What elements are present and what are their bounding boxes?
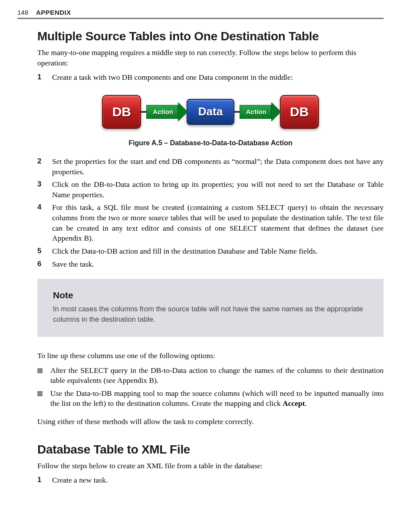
option-text-pre: Use the Data-to-DB mapping tool to map t… — [50, 389, 384, 408]
list-item: Use the Data-to-DB mapping tool to map t… — [37, 388, 384, 409]
step-item: 2 Set the properties for the start and e… — [37, 157, 384, 177]
figure-a5: DB Action Data Action DB Figure A.5 – Da… — [37, 91, 384, 147]
arrow-head-icon — [178, 102, 187, 121]
page-number: 148 — [17, 9, 28, 16]
intro-paragraph: The many-to-one mapping requires a middl… — [37, 48, 384, 68]
step-text: Create a new task. — [52, 475, 384, 486]
heading-db-to-xml: Database Table to XML File — [37, 443, 384, 457]
option-text: Use the Data-to-DB mapping tool to map t… — [50, 388, 384, 409]
db-block-left: DB — [102, 95, 141, 129]
step-text: For this task, a SQL file must be create… — [52, 202, 384, 244]
heading-multiple-source: Multiple Source Tables into One Destinat… — [37, 29, 384, 43]
accept-bold: Accept — [283, 399, 305, 408]
figure-caption: Figure A.5 – Database-to-Data-to-Databas… — [37, 139, 384, 147]
step-number: 2 — [37, 157, 44, 177]
step-text: Click the Data-to-DB action and fill in … — [52, 246, 384, 257]
data-block: Data — [187, 99, 234, 125]
action-label: Action — [146, 105, 178, 119]
page-section-label: APPENDIX — [36, 9, 71, 16]
step-item: 4 For this task, a SQL file must be crea… — [37, 202, 384, 244]
closing-paragraph: Using either of these methods will allow… — [37, 417, 384, 427]
action-arrow-2: Action — [240, 102, 281, 121]
square-bullet-icon — [37, 368, 43, 373]
option-text-post: . — [305, 399, 307, 408]
step-number: 3 — [37, 180, 44, 200]
step-number: 4 — [37, 202, 44, 244]
page-content: Multiple Source Tables into One Destinat… — [17, 29, 384, 486]
step-text: Save the task. — [52, 259, 384, 270]
step-text: Set the properties for the start and end… — [52, 157, 384, 177]
step-item: 1 Create a new task. — [37, 475, 384, 486]
step-item: 1 Create a task with two DB components a… — [37, 72, 384, 83]
list-item: Alter the SELECT query in the DB-to-Data… — [37, 366, 384, 386]
step-item: 6 Save the task. — [37, 259, 384, 270]
note-body: In most cases the columns from the sourc… — [53, 304, 368, 325]
arrow-head-icon — [271, 102, 281, 121]
note-title: Note — [53, 290, 368, 300]
step-number: 5 — [37, 246, 44, 257]
option-text: Alter the SELECT query in the DB-to-Data… — [50, 366, 384, 386]
action-arrow-1: Action — [146, 102, 187, 121]
step-text: Click on the DB-to-Data action to bring … — [52, 180, 384, 200]
page-header: 148 APPENDIX — [17, 9, 384, 19]
steps-list-3: 1 Create a new task. — [37, 475, 384, 486]
diagram-db-data-db: DB Action Data Action DB — [99, 91, 321, 133]
intro-paragraph-2: Follow the steps below to create an XML … — [37, 461, 384, 471]
action-label: Action — [240, 105, 271, 119]
note-box: Note In most cases the columns from the … — [37, 279, 384, 337]
step-item: 5 Click the Data-to-DB action and fill i… — [37, 246, 384, 257]
options-intro: To line up these columns use one of the … — [37, 351, 384, 361]
options-list: Alter the SELECT query in the DB-to-Data… — [37, 366, 384, 409]
steps-list-1: 1 Create a task with two DB components a… — [37, 72, 384, 83]
square-bullet-icon — [37, 391, 43, 396]
step-item: 3 Click on the DB-to-Data action to brin… — [37, 180, 384, 200]
step-number: 6 — [37, 259, 44, 270]
db-block-right: DB — [280, 95, 319, 129]
step-text: Create a task with two DB components and… — [52, 72, 384, 83]
step-number: 1 — [37, 72, 44, 83]
steps-list-2: 2 Set the properties for the start and e… — [37, 157, 384, 269]
step-number: 1 — [37, 475, 44, 486]
